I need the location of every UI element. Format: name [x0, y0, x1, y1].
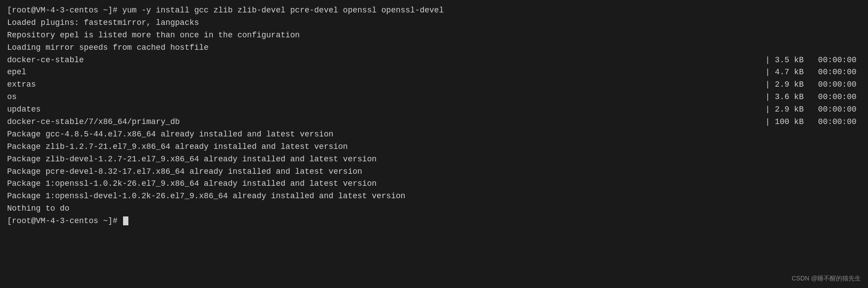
terminal-line-text: updates: [7, 104, 719, 116]
terminal-line-text: Package gcc-4.8.5-44.el7.x86_64 already …: [7, 128, 861, 141]
terminal-line-right: | 100 kB 00:00:00: [719, 116, 861, 128]
terminal-line-text: epel: [7, 66, 719, 79]
terminal-line-text: [root@VM-4-3-centos ~]#: [7, 215, 861, 228]
terminal-line-right: | 3.5 kB 00:00:00: [719, 54, 861, 67]
terminal-line: Loading mirror speeds from cached hostfi…: [7, 42, 861, 54]
terminal-line: Package 1:openssl-1.0.2k-26.el7_9.x86_64…: [7, 178, 861, 190]
terminal-line: extras| 2.9 kB 00:00:00: [7, 79, 861, 91]
terminal-output: [root@VM-4-3-centos ~]# yum -y install g…: [7, 4, 861, 228]
terminal-line-text: Package zlib-devel-1.2.7-21.el7_9.x86_64…: [7, 153, 861, 166]
terminal-line-text: Package zlib-1.2.7-21.el7_9.x86_64 alrea…: [7, 141, 861, 153]
terminal-line-text: [root@VM-4-3-centos ~]# yum -y install g…: [7, 4, 861, 17]
terminal-line-text: Package pcre-devel-8.32-17.el7.x86_64 al…: [7, 166, 861, 178]
terminal-line: Package pcre-devel-8.32-17.el7.x86_64 al…: [7, 166, 861, 178]
terminal-cursor: [123, 216, 128, 225]
watermark: CSDN @睡不醒的猫先生: [792, 274, 861, 284]
terminal-line-right: | 2.9 kB 00:00:00: [719, 79, 861, 91]
terminal-line: Repository epel is listed more than once…: [7, 29, 861, 42]
terminal-line-text: os: [7, 91, 719, 104]
terminal-line: docker-ce-stable/7/x86_64/primary_db| 10…: [7, 116, 861, 128]
terminal-line: docker-ce-stable| 3.5 kB 00:00:00: [7, 54, 861, 67]
terminal-line-text: Repository epel is listed more than once…: [7, 29, 861, 42]
terminal-line: Loaded plugins: fastestmirror, langpacks: [7, 17, 861, 29]
terminal-line-right: | 4.7 kB 00:00:00: [719, 66, 861, 79]
terminal-line-text: Nothing to do: [7, 203, 861, 215]
terminal-line: Nothing to do: [7, 203, 861, 215]
terminal-line: updates| 2.9 kB 00:00:00: [7, 104, 861, 116]
terminal-line: [root@VM-4-3-centos ~]# yum -y install g…: [7, 4, 861, 17]
terminal-line: Package gcc-4.8.5-44.el7.x86_64 already …: [7, 128, 861, 141]
terminal-line-text: docker-ce-stable/7/x86_64/primary_db: [7, 116, 719, 128]
terminal-line: os| 3.6 kB 00:00:00: [7, 91, 861, 104]
terminal-line: Package zlib-devel-1.2.7-21.el7_9.x86_64…: [7, 153, 861, 166]
terminal-line-text: extras: [7, 79, 719, 91]
terminal-line-text: docker-ce-stable: [7, 54, 719, 67]
terminal-line-text: Loading mirror speeds from cached hostfi…: [7, 42, 861, 54]
terminal-line-right: | 2.9 kB 00:00:00: [719, 104, 861, 116]
terminal-line-text: Package 1:openssl-devel-1.0.2k-26.el7_9.…: [7, 190, 861, 203]
terminal-line: [root@VM-4-3-centos ~]#: [7, 215, 861, 228]
terminal-line-text: Package 1:openssl-1.0.2k-26.el7_9.x86_64…: [7, 178, 861, 190]
terminal-line-right: | 3.6 kB 00:00:00: [719, 91, 861, 104]
terminal-line: Package 1:openssl-devel-1.0.2k-26.el7_9.…: [7, 190, 861, 203]
terminal-line: epel| 4.7 kB 00:00:00: [7, 66, 861, 79]
terminal-line-text: Loaded plugins: fastestmirror, langpacks: [7, 17, 861, 29]
terminal-line: Package zlib-1.2.7-21.el7_9.x86_64 alrea…: [7, 141, 861, 153]
